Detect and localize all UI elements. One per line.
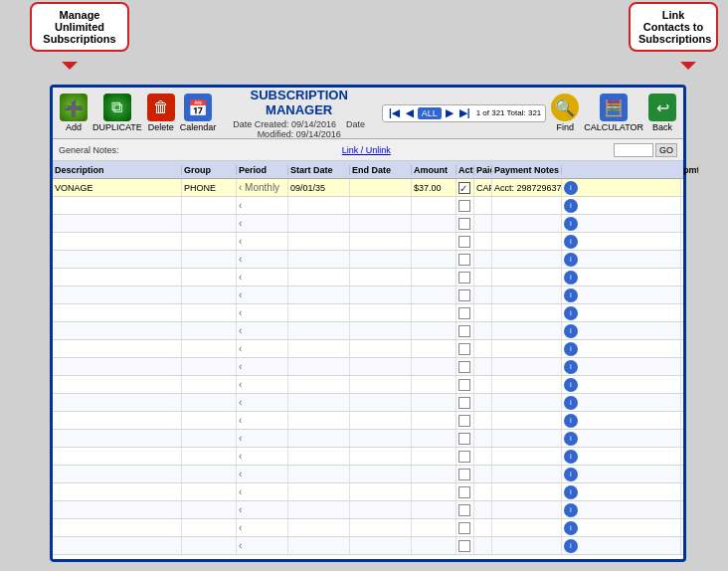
table-row: ‹ i ✎⧉ ✕ bbox=[53, 304, 683, 322]
th-paid: Paid With bbox=[474, 165, 492, 175]
nav-controls: |◀ ◀ ALL ▶ ▶| 1 of 321 Total: 321 bbox=[382, 104, 546, 122]
table-row: ‹ i ✎⧉ ✕ bbox=[53, 501, 683, 519]
th-end-date: End Date bbox=[350, 165, 412, 175]
table-row: ‹ i ✎⧉ ✕ bbox=[53, 251, 683, 269]
nav-prev-button[interactable]: ◀ bbox=[404, 107, 416, 118]
td-amount: $37.00 bbox=[412, 179, 456, 196]
th-period: Period bbox=[237, 165, 288, 175]
table-row: ‹ i ✎⧉ ✕ bbox=[53, 519, 683, 537]
back-button[interactable]: ↩ Back bbox=[647, 94, 677, 132]
date-info: Date Created: 09/14/2016 Date Modified: … bbox=[220, 119, 378, 139]
nav-last-button[interactable]: ▶| bbox=[457, 107, 472, 118]
go-area: GO bbox=[614, 143, 677, 157]
delete-button[interactable]: 🗑 Delete bbox=[146, 94, 176, 132]
th-start-date: Start Date bbox=[288, 165, 350, 175]
nav-first-button[interactable]: |◀ bbox=[387, 107, 402, 118]
table-row: ‹ i ✎⧉ ✕ bbox=[53, 233, 683, 251]
table-row: ‹ i ✎⧉ ✕ bbox=[53, 412, 683, 430]
table-row: ‹ i ✎⧉ ✕ bbox=[53, 483, 683, 501]
table-header: Description Group Period Start Date End … bbox=[53, 161, 683, 179]
back-icon: ↩ bbox=[648, 94, 676, 121]
td-description: VONAGE bbox=[53, 179, 182, 196]
table-row: ‹ i ✎⧉ ✕ bbox=[53, 537, 683, 555]
find-icon: 🔍 bbox=[551, 94, 579, 121]
calculator-icon: 🧮 bbox=[600, 94, 628, 121]
th-active: Active bbox=[456, 165, 474, 175]
go-input[interactable] bbox=[614, 143, 653, 157]
table-row: ‹ i ✎⧉ ✕ bbox=[53, 269, 683, 286]
td-row-btns: ✎ ⧉ bbox=[681, 179, 683, 196]
table-row: ‹ i ✎⧉ ✕ bbox=[53, 215, 683, 233]
calendar-icon: 📅 bbox=[184, 94, 212, 121]
info-button: i bbox=[564, 181, 578, 195]
table-row: ‹ i ✎⧉ ✕ bbox=[53, 340, 683, 358]
add-button[interactable]: ➕ Add bbox=[59, 94, 89, 132]
td-payment-notes: Acct: 298729637982 bbox=[492, 179, 562, 196]
main-window: ➕ Add ⧉ DUPLICATE 🗑 Delete 📅 Calendar SU… bbox=[50, 85, 686, 562]
toolbar2: General Notes: Link / Unlink GO bbox=[53, 139, 683, 161]
table-row: ‹ i ✎⧉ ✕ bbox=[53, 358, 683, 376]
add-icon: ➕ bbox=[60, 94, 88, 121]
delete-icon: 🗑 bbox=[147, 94, 175, 121]
table-row: ‹ i ✎⧉ ✕ bbox=[53, 376, 683, 394]
th-amount: Amount bbox=[412, 165, 456, 175]
table-row: ‹ i ✎⧉ ✕ bbox=[53, 322, 683, 340]
td-end-date bbox=[350, 179, 412, 196]
toolbar: ➕ Add ⧉ DUPLICATE 🗑 Delete 📅 Calendar SU… bbox=[53, 88, 683, 139]
active-checkbox bbox=[458, 182, 470, 194]
calculator-button[interactable]: 🧮 CALCULATOR bbox=[584, 94, 643, 132]
callout-link-contacts: Link Contacts to Subscriptions bbox=[629, 2, 718, 52]
duplicate-icon: ⧉ bbox=[103, 94, 131, 121]
table-row: ‹ i ✎⧉ ✕ bbox=[53, 448, 683, 466]
th-group: Group bbox=[182, 165, 237, 175]
app-title: SUBSCRIPTION MANAGER bbox=[220, 88, 378, 117]
find-button[interactable]: 🔍 Find bbox=[550, 94, 580, 132]
nav-next-button[interactable]: ▶ bbox=[444, 107, 455, 118]
general-notes-label: General Notes: bbox=[59, 145, 119, 155]
calendar-button[interactable]: 📅 Calendar bbox=[180, 94, 217, 132]
th-edit: pmt bbox=[681, 165, 699, 175]
table-row: ‹ i ✎⧉ ✕ bbox=[53, 430, 683, 448]
nav-info: 1 of 321 Total: 321 bbox=[476, 108, 542, 117]
table-row: VONAGE PHONE ‹ Monthly 09/01/35 $37.00 C… bbox=[53, 179, 683, 197]
th-payment-notes: Payment Notes bbox=[492, 165, 562, 175]
td-paid-with: CAPITAL bbox=[474, 179, 492, 196]
td-info[interactable]: i bbox=[562, 179, 681, 196]
go-button[interactable]: GO bbox=[655, 143, 677, 157]
td-arrow: ‹ Monthly bbox=[237, 179, 288, 196]
table-row: ‹ i ✎⧉ ✕ bbox=[53, 394, 683, 412]
table-row: ‹ i ✎⧉ ✕ bbox=[53, 466, 683, 483]
duplicate-button[interactable]: ⧉ DUPLICATE bbox=[92, 94, 142, 132]
table-row: ‹ i ✎⧉ ✕ bbox=[53, 286, 683, 304]
nav-all-button[interactable]: ALL bbox=[418, 107, 442, 119]
link-unlink-button[interactable]: Link / Unlink bbox=[342, 145, 391, 155]
callout-manage-subscriptions: Manage Unlimited Subscriptions bbox=[30, 2, 129, 52]
th-description: Description bbox=[53, 165, 182, 175]
table-row: ‹ i ✎⧉ ✕ bbox=[53, 197, 683, 215]
td-active[interactable] bbox=[456, 179, 474, 196]
table-body: VONAGE PHONE ‹ Monthly 09/01/35 $37.00 C… bbox=[53, 179, 683, 559]
td-start-date: 09/01/35 bbox=[288, 179, 350, 196]
td-group: PHONE bbox=[182, 179, 237, 196]
